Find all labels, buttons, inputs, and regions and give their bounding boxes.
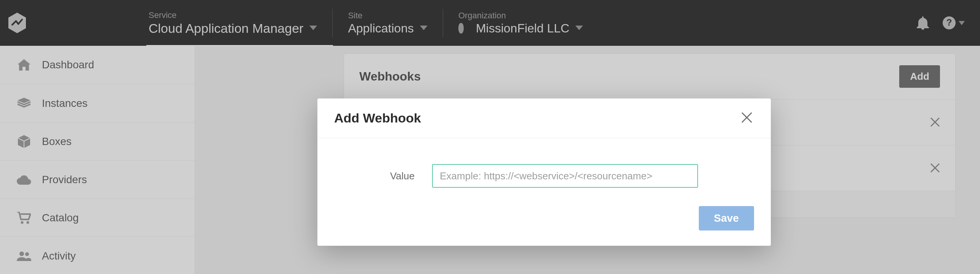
value-field-label: Value (390, 170, 415, 182)
webhook-value-input[interactable] (432, 164, 698, 188)
add-webhook-modal: Add Webhook Value Save (317, 98, 771, 246)
close-icon[interactable] (741, 112, 754, 125)
modal-title: Add Webhook (334, 111, 421, 126)
save-button[interactable]: Save (699, 206, 754, 230)
